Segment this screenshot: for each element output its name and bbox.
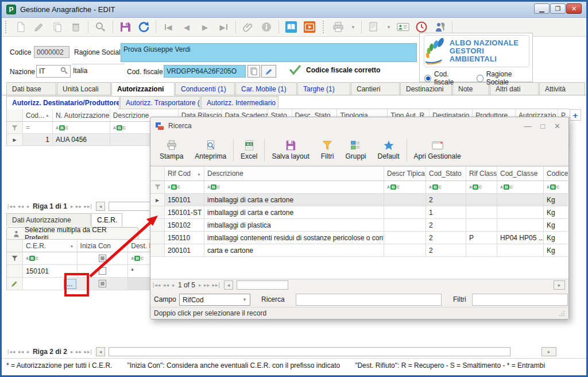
cer-multiselect-button[interactable]: Selezione multipla da CER Preferiti: [6, 227, 138, 240]
anteprima-button[interactable]: Anteprima: [190, 138, 231, 162]
info-icon[interactable]: [260, 21, 273, 33]
ricerca-input[interactable]: [296, 294, 442, 306]
col-descr-tipica[interactable]: Descr Tipica: [384, 167, 426, 181]
filter-descr-tipica[interactable]: ABC: [384, 181, 426, 194]
tab-dati-base[interactable]: Dati base: [6, 82, 56, 95]
cer-lookup-ellipsis-button[interactable]: ...: [64, 279, 76, 289]
tab-autorizzazioni[interactable]: Autorizzazioni: [111, 82, 175, 95]
filter-descrizione[interactable]: ABC: [204, 181, 384, 194]
stampa-button[interactable]: Stampa: [155, 138, 188, 162]
cell-cer-editor[interactable]: ...: [23, 278, 78, 290]
search-row-2[interactable]: 150102 imballaggi di plastica 2 Kg: [150, 219, 568, 232]
pager-last-icon[interactable]: ▸ ▸▸ ▸▸|: [71, 349, 92, 355]
print-preview-dropdown-icon[interactable]: ▼: [386, 25, 391, 30]
edit-cf-button[interactable]: [261, 65, 276, 78]
filter-codice-um[interactable]: ABC: [544, 181, 568, 194]
nazione-field[interactable]: IT: [36, 65, 71, 78]
close-button[interactable]: ✕: [566, 3, 582, 14]
tab-car-mobile[interactable]: Car. Mobile (1): [235, 82, 297, 95]
col-descrizione[interactable]: Descrizione: [204, 167, 384, 181]
col-cod-stato[interactable]: Cod_Stato: [426, 167, 466, 181]
subtab-destinatario-produttore[interactable]: Autorizz. Destinatario/Produttore (1): [6, 96, 119, 109]
dialog-close-icon[interactable]: ✕: [554, 122, 560, 130]
new-icon[interactable]: [14, 21, 27, 33]
cer-row-1[interactable]: 150101 *: [7, 265, 163, 278]
radio-ragione-sociale[interactable]: Ragione Sociale: [477, 70, 532, 86]
filter-rif-class[interactable]: ABC: [466, 181, 497, 194]
search-icon[interactable]: [94, 21, 107, 33]
print-preview-icon[interactable]: [368, 21, 380, 33]
user-icon[interactable]: [434, 21, 446, 33]
cer-row-2-editing[interactable]: ...: [7, 278, 163, 290]
filter-cod[interactable]: =: [23, 122, 53, 134]
video-tutorial-icon[interactable]: [303, 21, 316, 33]
search-row-0[interactable]: ▸ 150101 imballaggi di carta e cartone 2…: [150, 194, 568, 206]
copy-cf-button[interactable]: [247, 65, 260, 78]
pager-first-icon[interactable]: |◂◂ ◂◂ ◂: [153, 282, 175, 288]
pager-first-icon[interactable]: |◂◂ ◂◂ ◂: [7, 349, 29, 355]
pager-last-icon[interactable]: ▸ ▸▸ ▸▸|: [71, 203, 92, 209]
filter-cer[interactable]: ABC: [23, 252, 78, 265]
tab-attivita[interactable]: Attività: [539, 82, 585, 95]
col-inizia-con[interactable]: Inizia Con: [78, 240, 129, 252]
default-button[interactable]: Default: [373, 138, 404, 162]
tab-targhe[interactable]: Targhe (1): [297, 82, 350, 95]
search-row-4[interactable]: 200101 carta e cartone 2 Kg: [150, 244, 568, 257]
next-record-icon[interactable]: ▶: [199, 21, 211, 33]
hscroll-left-icon[interactable]: ◂: [96, 202, 105, 211]
contact-card-icon[interactable]: [397, 21, 409, 33]
excel-button[interactable]: XLS Excel: [236, 138, 262, 162]
col-rif-class[interactable]: Rif Class: [466, 167, 497, 181]
col-codice-um[interactable]: Codice_UM: [544, 167, 568, 181]
col-n-autorizzazione[interactable]: N. Autorizzazione: [53, 109, 110, 122]
add-column-button[interactable]: +: [570, 109, 581, 121]
hscroll-left-icon[interactable]: ◂: [224, 280, 233, 290]
hscroll-track[interactable]: [109, 347, 510, 356]
search-row-1[interactable]: 150101-ST imballaggi di carta e cartone …: [150, 206, 568, 219]
filtri-input[interactable]: [472, 294, 568, 306]
apri-gestionale-button[interactable]: Apri Gestionale: [409, 138, 466, 162]
lookup-icon[interactable]: [60, 67, 68, 76]
ragione-sociale-field[interactable]: Prova Giuseppe Verdi: [121, 43, 417, 62]
col-cer[interactable]: C.E.R.▲: [23, 240, 78, 252]
tab-cer[interactable]: C.E.R.: [91, 213, 122, 226]
hscroll-right-icon[interactable]: ▸: [541, 347, 556, 356]
cod-fiscale-field[interactable]: VRDGPP64A26F205O: [164, 65, 246, 78]
dialog-maximize-icon[interactable]: □: [540, 122, 545, 130]
resize-grip-icon[interactable]: [559, 310, 565, 316]
attachment-icon[interactable]: [242, 21, 254, 33]
tab-conducenti[interactable]: Conducenti (1): [175, 82, 235, 95]
filter-cod-classe[interactable]: ABC: [497, 181, 544, 194]
filtri-button[interactable]: Filtri: [316, 138, 339, 162]
edit-icon[interactable]: [33, 21, 45, 33]
codice-field[interactable]: 0000002: [34, 46, 69, 58]
filter-inizia-con[interactable]: [78, 252, 129, 265]
cell-inizia-con[interactable]: [78, 265, 129, 278]
filter-n-autorizzazione[interactable]: ABC: [53, 122, 110, 134]
gruppi-button[interactable]: Gruppi: [341, 138, 370, 162]
save-icon[interactable]: [119, 21, 131, 33]
cell-inizia-con[interactable]: [78, 278, 129, 290]
dialog-minimize-icon[interactable]: —: [524, 122, 531, 130]
subtab-intermediario[interactable]: Autorizz. Intermediario (1): [201, 96, 278, 109]
first-record-icon[interactable]: ◀: [162, 21, 175, 33]
manual-icon[interactable]: [285, 21, 297, 33]
minimize-button[interactable]: ▁: [534, 3, 550, 14]
filter-rif-cod[interactable]: ABC: [165, 181, 204, 194]
tab-unita-locali[interactable]: Unità Locali: [57, 82, 111, 95]
col-cod-classe[interactable]: Cod_Classe: [497, 167, 544, 181]
hscroll-left-icon[interactable]: ◂: [96, 347, 105, 356]
print-icon[interactable]: [332, 21, 345, 33]
print-dropdown-icon[interactable]: ▼: [351, 25, 355, 30]
subtab-trasportatore[interactable]: Autorizz. Trasportatore (1): [120, 96, 200, 109]
tab-cantieri[interactable]: Cantieri: [351, 82, 400, 95]
campo-select[interactable]: RifCod ▼: [179, 294, 250, 306]
maximize-button[interactable]: ❐: [550, 3, 566, 14]
col-cod[interactable]: Cod...▲: [23, 109, 53, 122]
delete-icon[interactable]: [69, 21, 82, 33]
hscroll-right-icon[interactable]: ▸: [554, 280, 565, 290]
ricerca-title-bar[interactable]: Ricerca — □ ✕: [150, 117, 568, 134]
col-rif-cod[interactable]: Rif Cod▲: [165, 167, 204, 181]
previous-record-icon[interactable]: ◀: [180, 21, 193, 33]
last-record-icon[interactable]: ▶: [217, 21, 230, 33]
